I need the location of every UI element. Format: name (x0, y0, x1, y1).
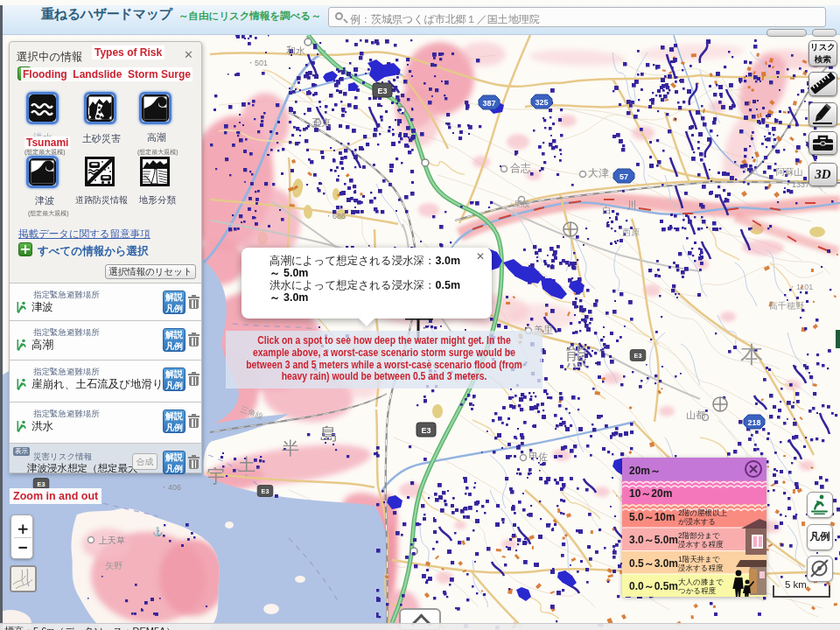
svg-text:が浸水する: が浸水する (678, 517, 716, 526)
svg-text:上天草: 上天草 (98, 536, 125, 545)
svg-text:山都: 山都 (686, 410, 705, 420)
svg-text:半: 半 (282, 438, 299, 458)
svg-text:・501: ・501 (247, 59, 268, 67)
svg-text:島: 島 (320, 424, 338, 444)
svg-text:西原: 西原 (622, 228, 640, 237)
svg-text:・686: ・686 (325, 212, 346, 220)
svg-text:E3: E3 (634, 352, 642, 360)
svg-text:阿蘇山: 阿蘇山 (776, 167, 802, 177)
svg-text:⚓: ⚓ (152, 526, 164, 537)
svg-text:218: 218 (747, 418, 760, 427)
svg-text:本: 本 (740, 341, 763, 368)
svg-text:高千穂野: 高千穂野 (769, 301, 804, 311)
svg-text:2階の屋根以上: 2階の屋根以上 (678, 508, 727, 517)
svg-text:・406: ・406 (160, 483, 181, 492)
svg-text:10～20m: 10～20m (629, 487, 672, 500)
svg-text:E3: E3 (38, 480, 46, 488)
svg-text:浸水する程度: 浸水する程度 (677, 540, 724, 549)
svg-text:川: 川 (627, 200, 637, 210)
svg-text:・1101: ・1101 (788, 283, 813, 291)
svg-text:浸水する程度: 浸水する程度 (677, 564, 724, 572)
svg-text:3.0～5.0m: 3.0～5.0m (629, 534, 678, 546)
svg-text:白: 白 (602, 205, 612, 215)
svg-text:E3: E3 (262, 487, 270, 495)
svg-text:大津: 大津 (588, 167, 609, 179)
svg-text:熊: 熊 (565, 343, 588, 369)
svg-text:0.0～0.5m: 0.0～0.5m (629, 580, 678, 592)
svg-text:大人の膝まで: 大人の膝まで (678, 578, 724, 586)
svg-text:和水: 和水 (286, 46, 305, 56)
svg-text:E3: E3 (377, 87, 387, 95)
svg-text:宇: 宇 (207, 466, 225, 486)
svg-text:土: 土 (238, 455, 256, 474)
svg-text:57: 57 (620, 172, 628, 181)
svg-text:玉東: 玉東 (312, 117, 331, 128)
svg-text:合志: 合志 (510, 162, 531, 174)
svg-text:1階天井まで: 1階天井まで (678, 555, 720, 564)
svg-text:E3: E3 (421, 426, 430, 435)
svg-text:2階部分まで: 2階部分まで (678, 531, 720, 540)
svg-text:5.0～10m: 5.0～10m (629, 511, 676, 523)
svg-text:20m～: 20m～ (629, 465, 661, 477)
svg-text:甲佐: 甲佐 (528, 452, 548, 462)
svg-text:・1337: ・1337 (784, 180, 809, 189)
svg-text:387: 387 (482, 99, 495, 108)
svg-text:矢野: 矢野 (105, 561, 122, 570)
svg-text:325: 325 (535, 98, 548, 107)
svg-text:つかる程度: つかる程度 (678, 586, 717, 595)
svg-text:0.5～3.0m: 0.5～3.0m (629, 557, 678, 570)
svg-text:肥後: 肥後 (514, 200, 530, 208)
